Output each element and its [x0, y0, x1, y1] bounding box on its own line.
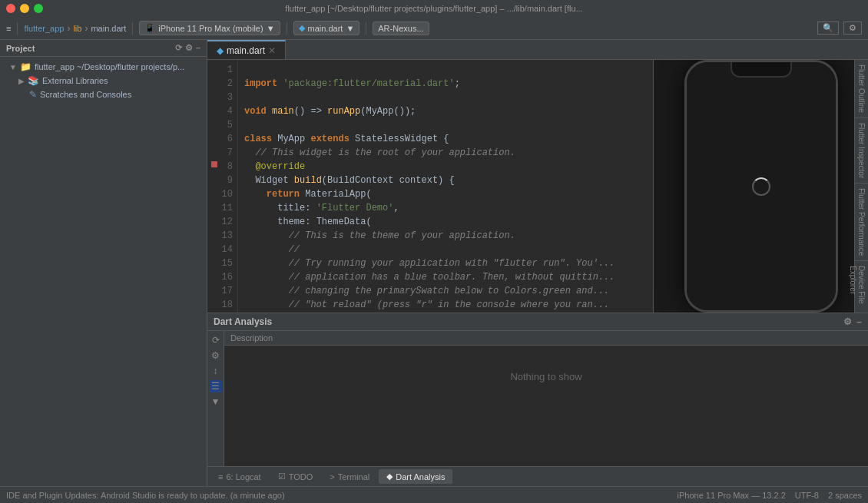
dart-analysis-tab[interactable]: ◆ Dart Analysis	[379, 469, 452, 484]
folder-icon: 📁	[20, 61, 31, 72]
flutter-performance-panel[interactable]: Flutter Performance	[854, 184, 868, 261]
line-10: title: 'Flutter Demo',	[244, 203, 399, 213]
expand-arrow2: ▶	[18, 77, 25, 85]
close-tab-icon[interactable]: ✕	[268, 45, 276, 56]
dart-icon: ◆	[299, 23, 305, 33]
sidebar-title: Project	[6, 44, 35, 53]
phone-panel: Flutter Outline Flutter Inspector Flutte…	[653, 60, 868, 313]
sidebar: Project ⟳ ⚙ – ▼ 📁 flutter_app ~/Desktop/…	[0, 40, 207, 486]
line-14: // Try running your application with "fl…	[244, 258, 615, 269]
expand-arrow: ▼	[9, 63, 17, 71]
terminal-tab[interactable]: > Terminal	[322, 470, 377, 484]
line-num-5: 5	[207, 118, 233, 132]
line-num-4: 4	[207, 104, 233, 118]
toolbar-separator4	[366, 22, 366, 35]
line-6: // This widget is the root of your appli…	[244, 147, 515, 158]
line-15: // application has a blue toolbar. Then,…	[244, 272, 615, 283]
scratches-item[interactable]: ✎ Scratches and Consoles	[0, 88, 207, 101]
close-button[interactable]	[6, 4, 15, 13]
breadcrumb-file[interactable]: main.dart	[91, 24, 126, 33]
logcat-icon: ≡	[218, 472, 223, 481]
breadcrumb-app[interactable]: flutter_app	[24, 24, 64, 33]
chevron-down-icon2: ▼	[346, 24, 354, 33]
project-dropdown[interactable]: ≡	[6, 24, 11, 33]
external-libraries-item[interactable]: ▶ 📚 External Libraries	[0, 74, 207, 88]
line-1: import 'package:flutter/material.dart';	[244, 78, 460, 89]
line-num-8: 8	[207, 160, 233, 174]
flutter-outline-panel[interactable]: Flutter Outline	[854, 60, 868, 118]
analysis-settings-icon[interactable]: ⚙	[843, 316, 852, 327]
line-5: class MyApp extends StatelessWidget {	[244, 134, 449, 144]
search-button[interactable]: 🔍	[817, 22, 839, 35]
line-num-12: 12	[207, 215, 233, 229]
line-num-16: 16	[207, 270, 233, 284]
chevron-down-icon: ▼	[267, 24, 275, 33]
toolbar-right-actions: 🔍 ⚙	[817, 22, 862, 35]
todo-label: TODO	[289, 472, 313, 481]
editor-tab-main[interactable]: ◆ main.dart ✕	[207, 40, 286, 59]
expand-icon[interactable]: ▼	[210, 395, 222, 408]
device-selector[interactable]: 📱 iPhone 11 Pro Max (mobile) ▼	[139, 21, 280, 35]
group-icon[interactable]: ☰	[210, 380, 222, 392]
editor-phone-split: 1 2 3 4 5 6 7 8 9 10 11 12 13 14 15 16 1	[207, 60, 868, 313]
nexus-selector[interactable]: AR-Nexus...	[373, 22, 429, 35]
nothing-to-show: Nothing to show	[510, 371, 581, 382]
code-editor[interactable]: 1 2 3 4 5 6 7 8 9 10 11 12 13 14 15 16 1	[207, 60, 653, 313]
editor-tabs: ◆ main.dart ✕	[207, 40, 868, 60]
line-num-6: 6	[207, 132, 233, 146]
analysis-left-icons: ⟳ ⚙ ↕ ☰ ▼	[207, 331, 224, 466]
minimize-button[interactable]	[20, 4, 29, 13]
toolbar-separator2	[132, 22, 133, 35]
breadcrumb-lib[interactable]: lib	[73, 24, 81, 33]
line-num-18: 18	[207, 298, 233, 312]
line-num-7: 7	[207, 146, 233, 160]
window-controls	[6, 4, 43, 13]
statusbar-right: iPhone 11 Pro Max — 13.2.2 UTF-8 2 space…	[678, 491, 862, 500]
analysis-empty-state: Nothing to show	[224, 346, 868, 407]
settings-button[interactable]: ⚙	[843, 22, 862, 35]
dart-analysis-icon: ◆	[386, 472, 393, 481]
line-17: // "hot reload" (press "r" in the consol…	[244, 299, 609, 310]
collapse-icon[interactable]: –	[196, 43, 200, 53]
maximize-button[interactable]	[34, 4, 43, 13]
terminal-label: Terminal	[338, 472, 370, 481]
dart-analysis-tab-label: Dart Analysis	[396, 472, 445, 481]
sort-icon[interactable]: ↕	[210, 365, 222, 377]
refresh-icon[interactable]: ⟳	[210, 334, 222, 346]
analysis-header-actions: ⚙ –	[843, 316, 862, 327]
toolbar-separator	[17, 22, 18, 35]
device-file-explorer-panel[interactable]: Device File Explorer	[854, 261, 868, 313]
run-config-selector[interactable]: ◆ main.dart ▼	[293, 21, 360, 35]
terminal-icon: >	[330, 472, 334, 481]
analysis-table-area: Description Nothing to show	[224, 331, 868, 466]
todo-tab[interactable]: ☑ TODO	[270, 469, 321, 484]
dart-file-icon: ◆	[217, 45, 224, 56]
scratches-label: Scratches and Consoles	[40, 90, 131, 99]
line-7: @override	[244, 161, 305, 172]
line-num-15: 15	[207, 256, 233, 270]
logcat-tab[interactable]: ≡ 6: Logcat	[210, 470, 269, 484]
analysis-collapse-icon[interactable]: –	[856, 316, 862, 327]
sidebar-tree: ▼ 📁 flutter_app ~/Desktop/flutter projec…	[0, 57, 207, 486]
description-header: Description	[224, 331, 868, 345]
line-3: void main() => runApp(MyApp());	[244, 106, 416, 117]
sync-icon[interactable]: ⟳	[175, 43, 182, 53]
root-label: flutter_app ~/Desktop/flutter projects/p…	[35, 62, 184, 71]
main-area: Project ⟳ ⚙ – ▼ 📁 flutter_app ~/Desktop/…	[0, 40, 868, 486]
bottom-panel: Dart Analysis ⚙ – ⟳ ⚙ ↕ ☰ ▼ Description	[207, 313, 868, 466]
line-num-9: 9	[207, 174, 233, 187]
tab-label: main.dart	[227, 45, 265, 56]
sidebar-header: Project ⟳ ⚙ –	[0, 40, 207, 57]
scratches-icon: ✎	[29, 89, 37, 100]
line-num-1: 1	[207, 63, 233, 77]
filter-icon[interactable]: ⚙	[210, 349, 222, 362]
todo-icon: ☑	[278, 472, 286, 481]
nexus-name: AR-Nexus...	[378, 24, 423, 33]
main-toolbar: ≡ flutter_app › lib › main.dart 📱 iPhone…	[0, 17, 868, 40]
code-content[interactable]: import 'package:flutter/material.dart'; …	[238, 60, 653, 313]
sidebar-actions: ⟳ ⚙ –	[175, 43, 200, 53]
tree-root-item[interactable]: ▼ 📁 flutter_app ~/Desktop/flutter projec…	[0, 60, 207, 74]
settings-icon[interactable]: ⚙	[185, 43, 193, 53]
flutter-inspector-panel[interactable]: Flutter Inspector	[854, 118, 868, 184]
side-panels: Flutter Outline Flutter Inspector Flutte…	[854, 60, 868, 313]
